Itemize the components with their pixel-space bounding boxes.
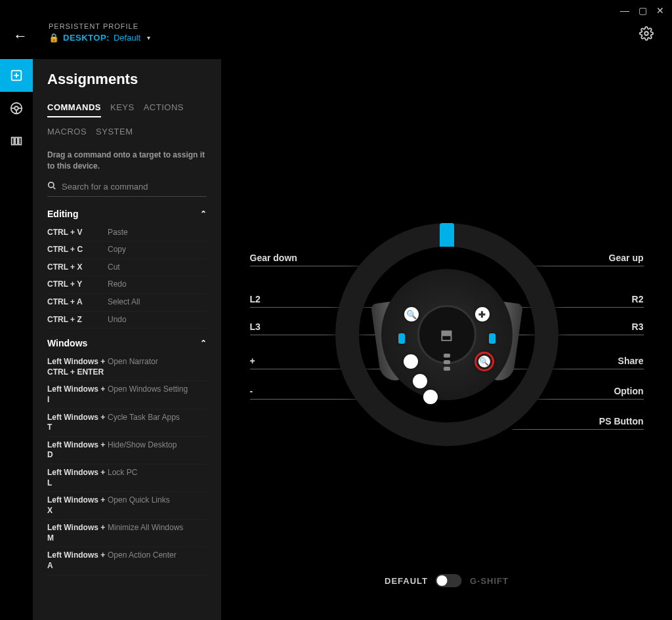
hotspot-left-zoom[interactable]: 🔍 [404,307,419,321]
command-row[interactable]: Left Windows + XOpen Quick Links [47,492,207,520]
hotspot-r3-highlighted[interactable]: 🔍 [474,352,494,371]
minimize-button[interactable]: — [620,5,629,16]
profile-header: PERSISTENT PROFILE 🔒 DESKTOP: Default ▾ [49,22,150,43]
svg-rect-11 [19,138,22,145]
instruction-text: Drag a command onto a target to assign i… [47,150,207,172]
windows-list: Left Windows + CTRL + ENTEROpen Narrator… [47,354,207,575]
sidebar-title: Assignments [47,71,207,88]
sidebar: Assignments COMMANDS KEYS ACTIONS MACROS… [33,59,221,620]
callout-l2: L2 [250,294,261,304]
center-buttons[interactable] [444,354,450,371]
callout-gear-up: Gear up [609,253,644,263]
lock-icon: 🔒 [49,33,59,43]
command-row[interactable]: Left Windows + AOpen Action Center [47,547,207,575]
search-icon [47,181,56,192]
category-windows[interactable]: Windows ⌃ [47,338,207,348]
command-key: CTRL + A [47,297,108,308]
command-row[interactable]: CTRL + YRedo [47,276,207,294]
desktop-label: DESKTOP: [63,33,110,43]
command-key: Left Windows + I [47,384,108,405]
close-button[interactable]: ✕ [656,5,664,16]
rail-wheel[interactable] [0,92,33,125]
rail-pedals[interactable] [0,125,33,157]
command-label: Open Action Center [108,550,177,561]
command-key: CTRL + C [47,245,108,255]
chevron-up-icon: ⌃ [200,209,207,218]
callout-ps-button: PS Button [599,416,644,426]
maximize-button[interactable]: ▢ [639,5,647,16]
tab-commands[interactable]: COMMANDS [47,102,101,117]
category-editing[interactable]: Editing ⌃ [47,209,207,219]
command-row[interactable]: Left Windows + LLock PC [47,465,207,492]
svg-rect-9 [12,138,14,145]
callout-option: Option [614,386,643,396]
command-row[interactable]: CTRL + CCopy [47,241,207,259]
wheel-container: Gear downL2L3+- Gear upR2R3ShareOptionPS… [237,190,657,479]
command-row[interactable]: CTRL + VPaste [47,224,207,242]
tabs: COMMANDS KEYS ACTIONS MACROS SYSTEM [47,102,207,140]
command-label: Open Windows Setting [108,384,188,395]
command-label: Undo [108,315,127,325]
command-label: Cycle Task Bar Apps [108,413,180,423]
tab-actions[interactable]: ACTIONS [144,102,184,117]
tab-macros[interactable]: MACROS [47,127,87,140]
mode-toggle-row: DEFAULT G-SHIFT [385,574,509,587]
hotspot-r2[interactable] [489,333,495,344]
command-key: Left Windows + M [47,523,108,543]
editing-list: CTRL + VPasteCTRL + CCopyCTRL + XCutCTRL… [47,224,207,329]
callout-gear-down: Gear down [250,253,297,263]
callout-+: + [250,356,255,366]
search-input[interactable] [62,182,207,192]
command-key: Left Windows + A [47,550,108,571]
callout-r2: R2 [632,294,644,304]
command-key: Left Windows + D [47,440,108,461]
command-row[interactable]: Left Windows + MMinimize All Windows [47,520,207,547]
command-key: CTRL + Z [47,315,108,325]
hotspot-l3[interactable] [404,354,418,369]
command-key: CTRL + X [47,262,108,273]
command-label: Hide/Show Desktop [108,440,177,451]
left-icon-rail [0,59,33,157]
chevron-down-icon: ▾ [147,34,150,41]
svg-point-5 [14,106,18,110]
command-row[interactable]: CTRL + XCut [47,259,207,277]
command-label: Open Quick Links [108,495,170,506]
command-label: Paste [108,228,128,238]
command-key: Left Windows + L [47,468,108,488]
hotspot-minus[interactable] [423,390,438,404]
command-row[interactable]: Left Windows + TCycle Task Bar Apps [47,409,207,437]
command-row[interactable]: Left Windows + CTRL + ENTEROpen Narrator [47,354,207,381]
svg-point-12 [49,182,54,187]
command-key: Left Windows + X [47,495,108,516]
ps-logo-icon: ⬒ [440,327,453,342]
profile-name: Default [114,33,140,43]
callout-share: Share [618,356,644,366]
command-row[interactable]: Left Windows + IOpen Windows Setting [47,381,207,409]
command-key: CTRL + Y [47,279,108,290]
command-label: Minimize All Windows [108,523,183,533]
hotspot-l2[interactable] [398,333,405,344]
tab-keys[interactable]: KEYS [110,102,135,117]
command-row[interactable]: CTRL + ZUndo [47,312,207,329]
command-row[interactable]: CTRL + ASelect All [47,294,207,312]
command-key: Left Windows + T [47,413,108,433]
rail-assignments[interactable] [0,59,33,92]
steering-wheel: ⬒ 🔍 ✚ 🔍 [335,223,558,446]
tab-system[interactable]: SYSTEM [96,127,133,140]
profile-selector[interactable]: 🔒 DESKTOP: Default ▾ [49,33,150,43]
command-label: Select All [108,297,140,308]
callout-l3: L3 [250,321,261,332]
hotspot-right-dpad[interactable]: ✚ [475,307,490,321]
callout-r3: R3 [632,321,644,332]
command-label: Open Narrator [108,357,158,367]
command-row[interactable]: Left Windows + DHide/Show Desktop [47,437,207,465]
hotspot-plus[interactable] [413,374,427,388]
toggle-knob [437,575,448,586]
back-arrow-icon[interactable]: ← [13,28,28,45]
callout--: - [250,386,253,396]
command-key: Left Windows + CTRL + ENTER [47,357,108,377]
svg-rect-10 [15,138,18,145]
search-row [47,181,207,197]
mode-toggle[interactable] [436,574,462,587]
settings-gear-icon[interactable] [639,26,654,44]
